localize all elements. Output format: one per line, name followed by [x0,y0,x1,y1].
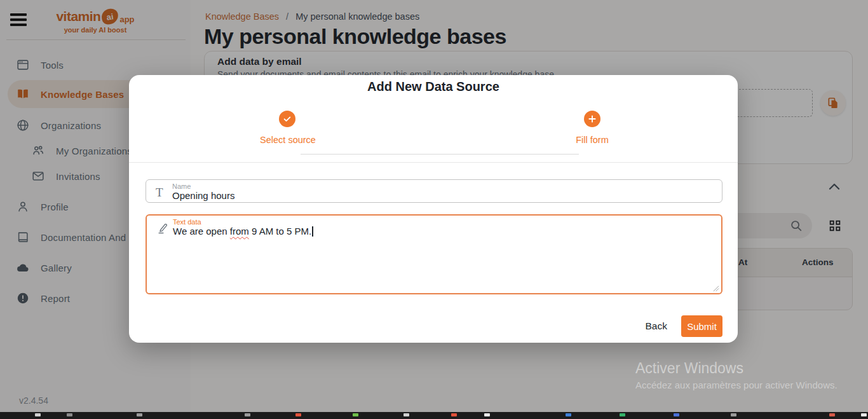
submit-button[interactable]: Submit [681,315,722,337]
taskbar-icon[interactable] [731,413,736,416]
name-field-value: Opening hours [172,190,234,201]
edit-pencil-icon [156,221,169,235]
taskbar-icon[interactable] [295,413,301,416]
taskbar-icon[interactable] [403,413,409,416]
text-data-field-label: Text data [173,218,201,226]
step-label-select-source: Select source [260,135,316,145]
add-data-source-modal: Add New Data Source Select source Fill f… [129,75,738,343]
taskbar-icon[interactable] [35,413,41,416]
textarea-resize-handle[interactable] [712,285,719,292]
step-select-source[interactable] [279,111,295,127]
taskbar-icon[interactable] [620,413,625,416]
text-data-field[interactable]: Text data We are open from 9 AM to 5 PM. [146,214,722,294]
name-field[interactable]: T Name Opening hours [146,179,722,203]
modal-title: Add New Data Source [129,79,738,94]
text-data-field-value: We are open from 9 AM to 5 PM. [173,226,313,237]
back-button[interactable]: Back [646,320,667,332]
taskbar-icon[interactable] [566,413,571,416]
plus-icon [588,114,597,123]
taskbar-icon[interactable] [245,413,250,416]
misspelled-word: from [230,226,249,237]
modal-footer: Back Submit [646,315,722,337]
windows-taskbar[interactable] [0,412,868,419]
taskbar-icon[interactable] [674,413,679,416]
check-icon [283,114,292,123]
stepper-connector [301,154,579,155]
taskbar-icon[interactable] [353,413,358,416]
taskbar-icon[interactable] [67,413,72,416]
taskbar-icon[interactable] [484,413,490,416]
taskbar-icon[interactable] [451,413,457,416]
taskbar-icon[interactable] [829,413,835,416]
name-field-label: Name [172,182,191,190]
taskbar-icon[interactable] [137,413,142,416]
modal-divider [129,162,738,163]
stepper: Select source Fill form [129,111,738,146]
step-fill-form[interactable] [584,111,600,127]
app-root: vitamin ai app your daily AI boost Tools… [0,0,868,419]
step-label-fill-form: Fill form [576,135,609,145]
text-cursor [312,226,313,237]
taskbar-icon[interactable] [861,413,867,416]
text-format-icon: T [156,186,168,200]
